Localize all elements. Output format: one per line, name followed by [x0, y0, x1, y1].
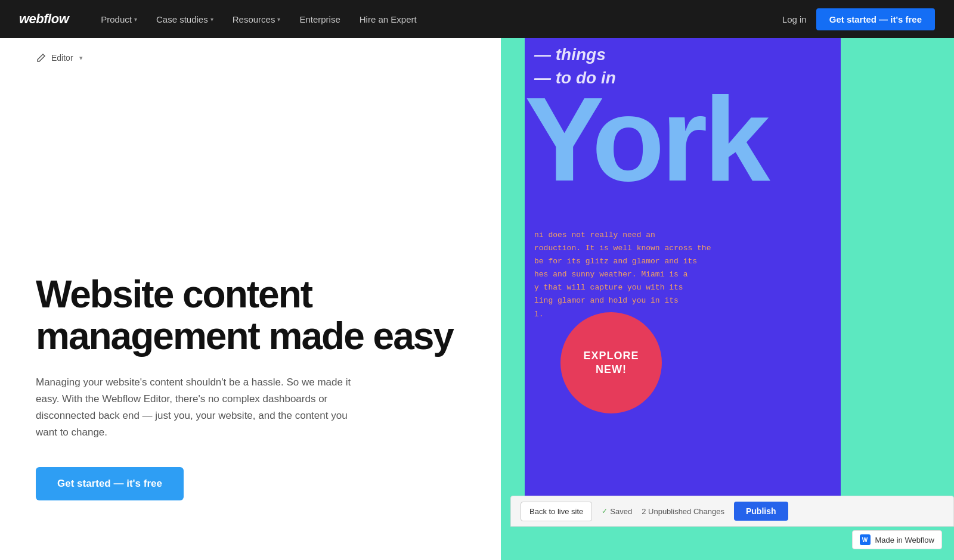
unpublished-changes: 2 Unpublished Changes [642, 507, 724, 516]
chevron-down-icon: ▾ [134, 16, 137, 23]
right-panel: — things — to do in York ni does not rea… [501, 38, 954, 560]
nav-item-case-studies[interactable]: Case studies ▾ [148, 10, 222, 29]
chevron-down-icon: ▾ [277, 16, 280, 23]
nav-right: Log in Get started — it's free [782, 8, 935, 30]
made-in-webflow-label: Made in Webflow [875, 536, 934, 545]
explore-text: EXPLORE NEW! [583, 349, 639, 377]
check-icon: ✓ [602, 507, 608, 515]
saved-indicator: ✓ Saved [602, 507, 632, 516]
main-content: Editor ▾ Website content management made… [0, 38, 954, 560]
hero-title: Website content management made easy [36, 273, 465, 357]
edit-icon [36, 52, 47, 63]
nav-links: Product ▾ Case studies ▾ Resources ▾ Ent… [92, 10, 782, 29]
back-to-live-button[interactable]: Back to live site [521, 502, 592, 521]
hero-cta-button[interactable]: Get started — it's free [36, 467, 184, 500]
website-preview: — things — to do in York ni does not rea… [525, 38, 841, 521]
nav-item-hire-expert[interactable]: Hire an Expert [351, 10, 425, 29]
preview-body-text: ni does not really need an roduction. It… [534, 229, 711, 321]
chevron-down-icon: ▾ [210, 16, 213, 23]
nav-item-resources[interactable]: Resources ▾ [224, 10, 289, 29]
navigation: webflow Product ▾ Case studies ▾ Resourc… [0, 0, 954, 38]
editor-label: Editor [51, 53, 73, 63]
explore-circle[interactable]: EXPLORE NEW! [560, 312, 662, 413]
publish-bar: Back to live site ✓ Saved 2 Unpublished … [510, 496, 954, 527]
publish-button[interactable]: Publish [734, 502, 788, 521]
hero-content: Website content management made easy Man… [36, 273, 465, 524]
preview-big-text: York [525, 80, 767, 199]
logo[interactable]: webflow [19, 11, 69, 27]
get-started-button[interactable]: Get started — it's free [816, 8, 935, 30]
editor-chevron-icon[interactable]: ▾ [79, 54, 83, 62]
login-button[interactable]: Log in [782, 14, 807, 24]
made-in-webflow-badge[interactable]: W Made in Webflow [852, 530, 942, 549]
webflow-icon: W [860, 534, 871, 545]
nav-item-product[interactable]: Product ▾ [92, 10, 145, 29]
nav-item-enterprise[interactable]: Enterprise [291, 10, 348, 29]
hero-subtitle: Managing your website's content shouldn'… [36, 374, 370, 441]
editor-bar: Editor ▾ [36, 52, 465, 63]
left-panel: Editor ▾ Website content management made… [0, 38, 501, 560]
